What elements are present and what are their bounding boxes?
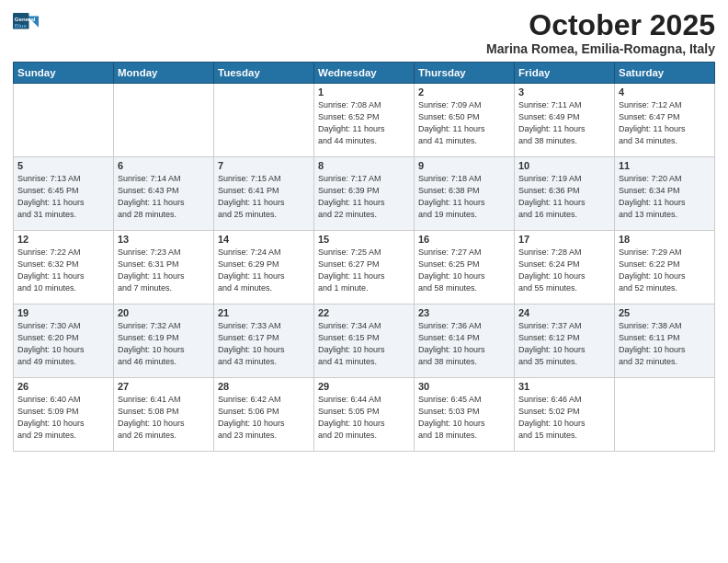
calendar-cell: 11Sunrise: 7:20 AM Sunset: 6:34 PM Dayli… — [615, 157, 715, 231]
svg-text:Blue: Blue — [15, 22, 28, 29]
header-monday: Monday — [114, 63, 214, 84]
day-number: 12 — [17, 234, 109, 245]
day-info: Sunrise: 7:37 AM Sunset: 6:12 PM Dayligh… — [518, 320, 610, 368]
calendar-week-row: 5Sunrise: 7:13 AM Sunset: 6:45 PM Daylig… — [14, 157, 715, 231]
header-saturday: Saturday — [615, 63, 715, 84]
header-tuesday: Tuesday — [214, 63, 314, 84]
calendar-week-row: 12Sunrise: 7:22 AM Sunset: 6:32 PM Dayli… — [14, 231, 715, 304]
day-number: 31 — [518, 381, 610, 392]
day-number: 16 — [418, 234, 510, 245]
calendar-week-row: 19Sunrise: 7:30 AM Sunset: 6:20 PM Dayli… — [14, 304, 715, 378]
day-info: Sunrise: 7:17 AM Sunset: 6:39 PM Dayligh… — [318, 173, 410, 221]
day-info: Sunrise: 7:19 AM Sunset: 6:36 PM Dayligh… — [518, 173, 610, 221]
calendar-cell: 9Sunrise: 7:18 AM Sunset: 6:38 PM Daylig… — [415, 157, 515, 231]
calendar-cell: 7Sunrise: 7:15 AM Sunset: 6:41 PM Daylig… — [214, 157, 314, 231]
day-number: 7 — [218, 160, 310, 171]
calendar-cell: 15Sunrise: 7:25 AM Sunset: 6:27 PM Dayli… — [314, 231, 415, 304]
day-number: 3 — [518, 86, 610, 98]
title-section: October 2025 Marina Romea, Emilia-Romagn… — [486, 9, 715, 56]
calendar-week-row: 26Sunrise: 6:40 AM Sunset: 5:09 PM Dayli… — [14, 378, 715, 452]
header-friday: Friday — [515, 63, 615, 84]
weekday-header-row: Sunday Monday Tuesday Wednesday Thursday… — [14, 63, 715, 84]
day-number: 30 — [418, 381, 510, 392]
day-info: Sunrise: 7:23 AM Sunset: 6:31 PM Dayligh… — [118, 247, 210, 294]
day-number: 5 — [17, 160, 109, 171]
day-number: 22 — [318, 307, 410, 318]
calendar-cell — [214, 84, 314, 157]
header-thursday: Thursday — [415, 63, 515, 84]
calendar-cell: 3Sunrise: 7:11 AM Sunset: 6:49 PM Daylig… — [515, 84, 615, 157]
calendar-cell: 24Sunrise: 7:37 AM Sunset: 6:12 PM Dayli… — [515, 304, 615, 378]
day-info: Sunrise: 7:08 AM Sunset: 6:52 PM Dayligh… — [318, 99, 410, 147]
calendar-cell: 21Sunrise: 7:33 AM Sunset: 6:17 PM Dayli… — [214, 304, 314, 378]
calendar-cell: 29Sunrise: 6:44 AM Sunset: 5:05 PM Dayli… — [314, 378, 415, 452]
calendar-week-row: 1Sunrise: 7:08 AM Sunset: 6:52 PM Daylig… — [14, 84, 715, 157]
calendar-cell: 8Sunrise: 7:17 AM Sunset: 6:39 PM Daylig… — [314, 157, 415, 231]
day-info: Sunrise: 7:11 AM Sunset: 6:49 PM Dayligh… — [518, 99, 610, 147]
calendar-cell: 27Sunrise: 6:41 AM Sunset: 5:08 PM Dayli… — [114, 378, 214, 452]
day-info: Sunrise: 7:28 AM Sunset: 6:24 PM Dayligh… — [518, 247, 610, 294]
day-info: Sunrise: 7:13 AM Sunset: 6:45 PM Dayligh… — [17, 173, 109, 221]
day-number: 20 — [118, 307, 210, 318]
calendar-cell: 12Sunrise: 7:22 AM Sunset: 6:32 PM Dayli… — [14, 231, 114, 304]
calendar-cell: 13Sunrise: 7:23 AM Sunset: 6:31 PM Dayli… — [114, 231, 214, 304]
calendar-cell: 25Sunrise: 7:38 AM Sunset: 6:11 PM Dayli… — [615, 304, 715, 378]
calendar-cell: 10Sunrise: 7:19 AM Sunset: 6:36 PM Dayli… — [515, 157, 615, 231]
day-number: 13 — [118, 234, 210, 245]
day-number: 10 — [518, 160, 610, 171]
calendar-cell: 31Sunrise: 6:46 AM Sunset: 5:02 PM Dayli… — [515, 378, 615, 452]
day-info: Sunrise: 7:25 AM Sunset: 6:27 PM Dayligh… — [318, 247, 410, 294]
day-info: Sunrise: 7:27 AM Sunset: 6:25 PM Dayligh… — [418, 247, 510, 294]
day-number: 26 — [17, 381, 109, 392]
day-info: Sunrise: 6:44 AM Sunset: 5:05 PM Dayligh… — [318, 394, 410, 442]
day-number: 4 — [619, 86, 711, 98]
day-number: 11 — [619, 160, 711, 171]
day-number: 25 — [619, 307, 711, 318]
day-number: 6 — [118, 160, 210, 171]
day-info: Sunrise: 7:33 AM Sunset: 6:17 PM Dayligh… — [218, 320, 310, 368]
calendar-cell — [14, 84, 114, 157]
day-number: 19 — [17, 307, 109, 318]
calendar-cell: 20Sunrise: 7:32 AM Sunset: 6:19 PM Dayli… — [114, 304, 214, 378]
calendar-cell: 4Sunrise: 7:12 AM Sunset: 6:47 PM Daylig… — [615, 84, 715, 157]
day-info: Sunrise: 6:45 AM Sunset: 5:03 PM Dayligh… — [418, 394, 510, 442]
day-number: 15 — [318, 234, 410, 245]
day-number: 27 — [118, 381, 210, 392]
day-info: Sunrise: 7:29 AM Sunset: 6:22 PM Dayligh… — [619, 247, 711, 294]
day-info: Sunrise: 7:12 AM Sunset: 6:47 PM Dayligh… — [619, 99, 711, 147]
calendar-cell: 23Sunrise: 7:36 AM Sunset: 6:14 PM Dayli… — [415, 304, 515, 378]
header-sunday: Sunday — [14, 63, 114, 84]
calendar-cell: 16Sunrise: 7:27 AM Sunset: 6:25 PM Dayli… — [415, 231, 515, 304]
day-info: Sunrise: 7:22 AM Sunset: 6:32 PM Dayligh… — [17, 247, 109, 294]
day-number: 24 — [518, 307, 610, 318]
location: Marina Romea, Emilia-Romagna, Italy — [486, 41, 715, 56]
calendar-cell: 6Sunrise: 7:14 AM Sunset: 6:43 PM Daylig… — [114, 157, 214, 231]
calendar-cell: 1Sunrise: 7:08 AM Sunset: 6:52 PM Daylig… — [314, 84, 415, 157]
calendar-table: Sunday Monday Tuesday Wednesday Thursday… — [13, 62, 715, 452]
svg-text:General: General — [15, 16, 36, 22]
header-wednesday: Wednesday — [314, 63, 415, 84]
day-number: 17 — [518, 234, 610, 245]
logo-icon: General Blue — [13, 13, 39, 39]
calendar-cell — [615, 378, 715, 452]
calendar-cell — [114, 84, 214, 157]
day-info: Sunrise: 7:34 AM Sunset: 6:15 PM Dayligh… — [318, 320, 410, 368]
calendar-cell: 26Sunrise: 6:40 AM Sunset: 5:09 PM Dayli… — [14, 378, 114, 452]
calendar-cell: 22Sunrise: 7:34 AM Sunset: 6:15 PM Dayli… — [314, 304, 415, 378]
calendar-cell: 5Sunrise: 7:13 AM Sunset: 6:45 PM Daylig… — [14, 157, 114, 231]
logo: General Blue — [13, 13, 39, 39]
day-info: Sunrise: 7:15 AM Sunset: 6:41 PM Dayligh… — [218, 173, 310, 221]
day-info: Sunrise: 7:38 AM Sunset: 6:11 PM Dayligh… — [619, 320, 711, 368]
day-info: Sunrise: 7:09 AM Sunset: 6:50 PM Dayligh… — [418, 99, 510, 147]
header: General Blue October 2025 Marina Romea, … — [13, 9, 715, 56]
calendar-cell: 14Sunrise: 7:24 AM Sunset: 6:29 PM Dayli… — [214, 231, 314, 304]
day-info: Sunrise: 7:24 AM Sunset: 6:29 PM Dayligh… — [218, 247, 310, 294]
day-info: Sunrise: 7:30 AM Sunset: 6:20 PM Dayligh… — [17, 320, 109, 368]
calendar-cell: 28Sunrise: 6:42 AM Sunset: 5:06 PM Dayli… — [214, 378, 314, 452]
day-number: 23 — [418, 307, 510, 318]
calendar-cell: 18Sunrise: 7:29 AM Sunset: 6:22 PM Dayli… — [615, 231, 715, 304]
day-info: Sunrise: 7:14 AM Sunset: 6:43 PM Dayligh… — [118, 173, 210, 221]
day-number: 28 — [218, 381, 310, 392]
day-number: 21 — [218, 307, 310, 318]
month-title: October 2025 — [486, 9, 715, 41]
